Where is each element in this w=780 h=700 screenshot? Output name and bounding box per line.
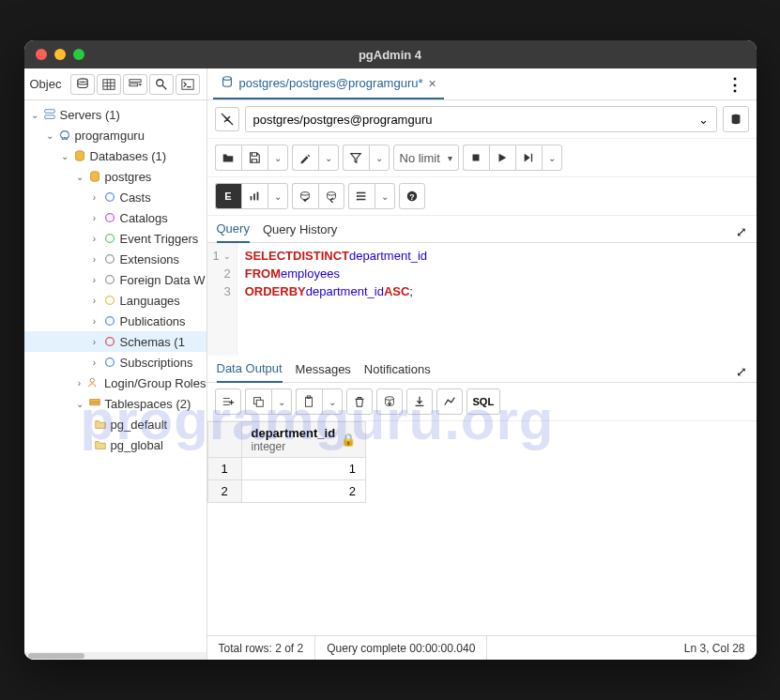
svg-rect-0 bbox=[103, 79, 115, 89]
add-row-button[interactable] bbox=[215, 388, 241, 415]
tree-item-foreign-data-w[interactable]: ›Foreign Data W bbox=[24, 269, 206, 290]
object-icon bbox=[101, 273, 118, 286]
close-tab-icon[interactable]: × bbox=[429, 76, 436, 91]
sidebar-scrollbar[interactable] bbox=[24, 652, 206, 660]
copy-dropdown[interactable]: ⌄ bbox=[271, 388, 292, 415]
tree-item-casts[interactable]: ›Casts bbox=[24, 187, 206, 207]
paste-button[interactable] bbox=[296, 388, 322, 415]
rollback-button[interactable] bbox=[318, 183, 344, 209]
expand-output-icon[interactable]: ⤢ bbox=[736, 364, 747, 379]
execute-button[interactable] bbox=[489, 145, 515, 171]
tab-menu-button[interactable]: ⋮ bbox=[719, 74, 751, 95]
data-grid[interactable]: department_id integer 🔒 1122 bbox=[207, 421, 757, 635]
tree-item-schemas-[interactable]: ›Schemas (1 bbox=[24, 331, 206, 352]
svg-point-19 bbox=[105, 297, 114, 305]
tree-db-postgres[interactable]: ⌄postgres bbox=[24, 166, 206, 187]
table-row[interactable]: 22 bbox=[207, 480, 366, 503]
svg-rect-31 bbox=[251, 196, 252, 200]
execute-dropdown[interactable]: ⌄ bbox=[542, 145, 562, 171]
svg-point-18 bbox=[105, 276, 114, 284]
query-tab[interactable]: Query bbox=[217, 221, 250, 243]
column-header[interactable]: department_id integer 🔒 bbox=[241, 422, 366, 458]
macros-dropdown[interactable]: ⌄ bbox=[375, 183, 395, 209]
svg-rect-25 bbox=[89, 403, 99, 405]
save-dropdown[interactable]: ⌄ bbox=[268, 145, 288, 171]
maximize-window-button[interactable] bbox=[73, 49, 84, 60]
query-tool-icon[interactable] bbox=[70, 74, 95, 95]
execute-options-button[interactable] bbox=[515, 145, 542, 171]
svg-point-40 bbox=[357, 195, 359, 197]
status-total-rows: Total rows: 2 of 2 bbox=[207, 636, 316, 660]
connection-selector[interactable]: postgres/postgres@programguru ⌄ bbox=[245, 106, 717, 132]
search-objects-icon[interactable] bbox=[149, 74, 174, 95]
svg-rect-9 bbox=[182, 79, 193, 89]
connection-status-icon[interactable] bbox=[215, 107, 239, 131]
db-tab-icon bbox=[221, 75, 234, 91]
tree-item-languages[interactable]: ›Languages bbox=[24, 290, 206, 311]
svg-point-39 bbox=[357, 192, 359, 194]
svg-point-16 bbox=[105, 235, 114, 243]
stop-button[interactable] bbox=[463, 145, 489, 171]
tree-item-extensions[interactable]: ›Extensions bbox=[24, 249, 206, 269]
query-toolbar: ⌄ ⌄ ⌄ No limit▾ ⌄ bbox=[207, 139, 757, 177]
table-row[interactable]: 11 bbox=[207, 458, 366, 480]
new-connection-button[interactable] bbox=[723, 106, 749, 132]
explain-analyze-button[interactable] bbox=[241, 183, 268, 209]
svg-rect-11 bbox=[44, 115, 54, 119]
copy-button[interactable] bbox=[245, 388, 271, 415]
editor-tab[interactable]: postgres/postgres@programguru* × bbox=[213, 68, 444, 99]
messages-tab[interactable]: Messages bbox=[296, 362, 351, 382]
minimize-window-button[interactable] bbox=[54, 49, 66, 60]
help-button[interactable]: ? bbox=[399, 183, 425, 209]
titlebar: pgAdmin 4 bbox=[24, 40, 757, 68]
sql-view-button[interactable]: SQL bbox=[466, 388, 501, 415]
open-file-button[interactable] bbox=[215, 145, 241, 171]
svg-point-17 bbox=[105, 255, 114, 264]
sql-editor[interactable]: 1⌄23 SELECT DISTINCT department_idFROM e… bbox=[207, 243, 757, 356]
explain-button[interactable]: E bbox=[215, 183, 241, 209]
tree-ts-global[interactable]: pg_global bbox=[24, 434, 206, 455]
svg-rect-5 bbox=[130, 79, 141, 82]
save-data-button[interactable] bbox=[376, 388, 403, 415]
filter-rows-icon[interactable] bbox=[123, 74, 147, 95]
query-history-tab[interactable]: Query History bbox=[263, 222, 337, 242]
delete-row-button[interactable] bbox=[346, 388, 373, 415]
row-number-header[interactable] bbox=[207, 422, 241, 458]
edit-dropdown[interactable]: ⌄ bbox=[318, 145, 339, 171]
download-button[interactable] bbox=[406, 388, 433, 415]
tree-item-subscriptions[interactable]: ›Subscriptions bbox=[24, 352, 206, 373]
save-file-button[interactable] bbox=[241, 145, 268, 171]
notifications-tab[interactable]: Notifications bbox=[364, 362, 431, 382]
edit-button[interactable] bbox=[292, 145, 318, 171]
close-window-button[interactable] bbox=[36, 49, 47, 60]
commit-button[interactable] bbox=[292, 183, 318, 209]
svg-point-23 bbox=[90, 378, 94, 382]
svg-point-20 bbox=[105, 317, 114, 326]
servers-icon bbox=[41, 108, 58, 121]
filter-button[interactable] bbox=[343, 145, 369, 171]
view-data-icon[interactable] bbox=[97, 74, 121, 95]
graph-button[interactable] bbox=[436, 388, 463, 415]
object-icon bbox=[101, 190, 118, 204]
macros-button[interactable] bbox=[348, 183, 375, 209]
paste-dropdown[interactable]: ⌄ bbox=[322, 388, 343, 415]
object-tree[interactable]: ⌄Servers (1) ⌄programguru ⌄Databases (1)… bbox=[24, 100, 206, 652]
explain-dropdown[interactable]: ⌄ bbox=[268, 183, 288, 209]
tree-item-event-triggers[interactable]: ›Event Triggers bbox=[24, 228, 206, 249]
tree-databases[interactable]: ⌄Databases (1) bbox=[24, 145, 206, 166]
tree-server[interactable]: ⌄programguru bbox=[24, 125, 206, 145]
svg-rect-29 bbox=[473, 155, 480, 161]
tree-ts-default[interactable]: pg_default bbox=[24, 414, 206, 434]
filter-dropdown[interactable]: ⌄ bbox=[369, 145, 390, 171]
tree-item-catalogs[interactable]: ›Catalogs bbox=[24, 207, 206, 228]
psql-tool-icon[interactable] bbox=[176, 74, 200, 95]
tree-login-roles[interactable]: ›Login/Group Roles bbox=[24, 373, 206, 393]
limit-selector[interactable]: No limit▾ bbox=[393, 145, 459, 171]
tree-tablespaces[interactable]: ⌄Tablespaces (2) bbox=[24, 393, 206, 414]
tree-servers[interactable]: ⌄Servers (1) bbox=[24, 104, 206, 125]
svg-rect-51 bbox=[306, 398, 313, 407]
svg-point-41 bbox=[357, 199, 359, 201]
tree-item-publications[interactable]: ›Publications bbox=[24, 311, 206, 331]
expand-editor-icon[interactable]: ⤢ bbox=[736, 224, 747, 239]
data-output-tab[interactable]: Data Output bbox=[217, 361, 283, 383]
